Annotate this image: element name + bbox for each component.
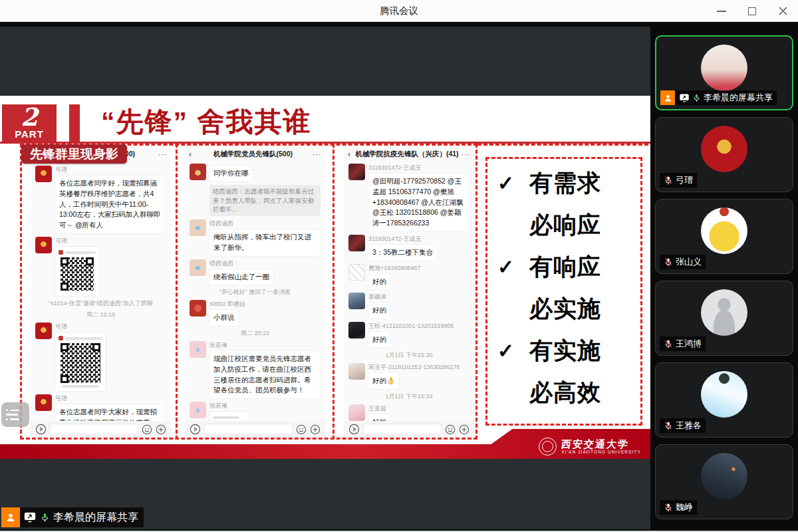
titlebar: 腾讯会议 — [0, 0, 798, 22]
participant-tile[interactable]: 弓瑨 — [655, 117, 793, 192]
chat2-input-bar — [185, 421, 325, 438]
avatar — [701, 453, 747, 499]
participant-name: 弓瑨 — [676, 174, 693, 186]
window-title: 腾讯会议 — [0, 0, 798, 22]
message-bubble: 3：35教二楼下集合 — [368, 245, 437, 261]
participant-tile[interactable]: 魏峥 — [655, 444, 793, 519]
meeting-window: 腾讯会议 2 PART “先锋” 舍我其谁 先锋群里现身影 — [0, 0, 798, 532]
chat2-messages: 同学你在哪 唔西迪西：志愿者能不能提前集合过来？负责人带队，两次了人家保安都拦着… — [185, 161, 325, 421]
avatar-ironman — [35, 323, 52, 339]
emoji-icon — [445, 424, 456, 435]
avatar-ironman — [35, 394, 52, 411]
avatar — [701, 289, 747, 336]
share-indicator-label: 李希晨的屏幕共享 — [53, 507, 138, 527]
chat-message: 弓瑨 各位志愿者同学大家好，现需招募生活物资购买搬运发放志愿者，共8人，工作时间… — [35, 394, 166, 421]
avatar-dark-photo — [348, 322, 365, 338]
chat-text-input — [363, 424, 442, 435]
plus-icon — [156, 424, 166, 435]
system-message: “开心就好” 撤回了一条消息 — [190, 288, 321, 297]
more-menu-icon: ··· — [311, 150, 321, 158]
avatar-pink-bear — [190, 341, 206, 358]
voice-icon — [348, 424, 360, 435]
chat3-input-bar — [344, 421, 474, 438]
chat2-header: ‹ 机械学院党员先锋队(500) ··· — [185, 147, 325, 161]
avatar-red-fu — [190, 164, 206, 180]
chat-message: 王松-4121101001-13201518806 好的 — [348, 322, 469, 348]
avatar-pink-photo — [348, 404, 365, 421]
participant-tile-sharing[interactable]: 李希晨的屏幕共享 — [655, 35, 793, 110]
timestamp: 周二 20:23 — [190, 329, 321, 338]
screen-share-indicator: 李希晨的屏幕共享 — [1, 507, 144, 527]
message-bubble: 各位志愿者同学大家好，现需招募生活物资购买搬运发放志愿者，共8人，工作时间暂定今… — [55, 404, 166, 421]
more-menu-icon: ··· — [460, 150, 470, 158]
chat-message: 唔西迪西 绕着假山走了一圈 — [190, 259, 321, 285]
message-bubble: 同学你在哪 — [209, 166, 253, 182]
checklist-row: 必实施 — [497, 288, 637, 330]
chat-message: s0002 郭睿喆 小群说 — [190, 300, 321, 326]
chat-message: 姜颖涛 好的 — [348, 293, 469, 319]
chat-message: 王孟超 好的 — [348, 404, 469, 422]
avatar-pink-bear — [190, 402, 206, 418]
mic-muted-icon — [664, 176, 673, 185]
avatar — [701, 207, 747, 254]
shared-screen-stage: 2 PART “先锋” 舍我其谁 先锋群里现身影 ✓有需求 必响应 ✓有响应 — [0, 22, 650, 532]
avatar-ironman — [35, 166, 52, 182]
part-word: PART — [2, 130, 57, 139]
check-icon: ✓ — [497, 172, 529, 195]
avatar-photo-blue — [348, 293, 365, 309]
chat2-title: 机械学院党员先锋队(500) — [196, 150, 311, 159]
checklist-row: ✓有响应 — [497, 246, 637, 288]
presenter-icon — [1, 507, 20, 527]
chat3-header: ‹ 机械学院抗疫先锋队（兴庆）(41) ··· — [344, 147, 474, 161]
chat-text-input — [204, 424, 293, 435]
dashed-top-extension — [477, 144, 648, 146]
back-icon: ‹ — [189, 150, 196, 159]
university-logo: 西安交通大学 XI'AN JIAOTONG UNIVERSITY — [539, 438, 641, 456]
participant-name: 魏峥 — [676, 501, 693, 513]
close-icon — [779, 7, 787, 15]
avatar-red-robot — [190, 300, 206, 317]
avatar — [701, 126, 747, 172]
participant-tile[interactable]: 王雅各 — [655, 362, 793, 438]
avatar-ironman — [35, 237, 52, 253]
participant-tile[interactable]: 张山义 — [655, 199, 793, 274]
chat-message: 3119301472-王成玉 @田明超-17792570852 @王孟超 151… — [348, 164, 469, 231]
presentation-slide: 2 PART “先锋” 舍我其谁 先锋群里现身影 ✓有需求 必响应 ✓有响应 — [0, 96, 650, 459]
plus-icon — [459, 424, 469, 435]
section-badge: 先锋群里现身影 — [21, 144, 127, 164]
message-bubble: 绕着假山走了一圈 — [209, 269, 273, 285]
chat-message: 樊旭+18340808467 好的 — [348, 264, 469, 290]
chat-message: 唔西迪西 俺听从指挥，骑车出了校门又进来了新华。 — [190, 219, 321, 256]
message-bubble: @田明超-17792570852 @王孟超 15106377470 @樊旭 +1… — [368, 174, 469, 231]
check-icon: ✓ — [497, 255, 529, 279]
mic-muted-icon — [664, 421, 673, 430]
close-button[interactable] — [767, 0, 798, 22]
dashed-divider-1 — [176, 144, 178, 440]
message-bubble: 现曲江校区需要党员先锋志愿者加入防疫工作，请在曲江校区西三楼居住的志愿者扫码进群… — [209, 351, 320, 398]
university-seal-icon — [539, 438, 557, 456]
chat3-messages: 3119301472-王成玉 @田明超-17792570852 @王孟超 151… — [344, 161, 474, 421]
emoji-icon — [296, 424, 307, 435]
qr-card — [55, 247, 99, 296]
message-bubble: 俺听从指挥，骑车出了校门又进来了新华。 — [209, 229, 320, 256]
part-number-box: 2 PART — [2, 104, 57, 142]
annotation-toolbar-handle[interactable] — [1, 402, 29, 427]
participant-name: 王雅各 — [676, 420, 702, 432]
message-bubble: 好的👌 — [368, 373, 399, 389]
minimize-button[interactable] — [706, 0, 737, 22]
more-menu-icon: ··· — [156, 150, 167, 158]
participants-sidebar: 李希晨的屏幕共享 弓瑨 张山义 王鸿博 — [650, 22, 798, 532]
part-number: 2 — [2, 104, 57, 130]
avatar-child-photo — [348, 363, 365, 380]
university-name-en: XI'AN JIAOTONG UNIVERSITY — [561, 450, 641, 454]
quoted-message: 唔西迪西：志愿者能不能提前集合过来？负责人带队，两次了人家保安都拦着不… — [209, 185, 321, 216]
checklist-row: 必响应 — [497, 204, 637, 246]
qr-code — [61, 343, 100, 383]
screen-share-icon — [23, 511, 37, 523]
participant-tile[interactable]: 王鸿博 — [655, 281, 793, 356]
maximize-button[interactable] — [737, 0, 767, 22]
message-bubble: 好的 — [368, 332, 390, 348]
participant-name: 王鸿博 — [676, 338, 702, 350]
presenter-icon — [660, 90, 675, 105]
chat-panel-2: ‹ 机械学院党员先锋队(500) ··· 同学你在哪 唔西迪西：志愿者能不能提前… — [185, 147, 325, 438]
